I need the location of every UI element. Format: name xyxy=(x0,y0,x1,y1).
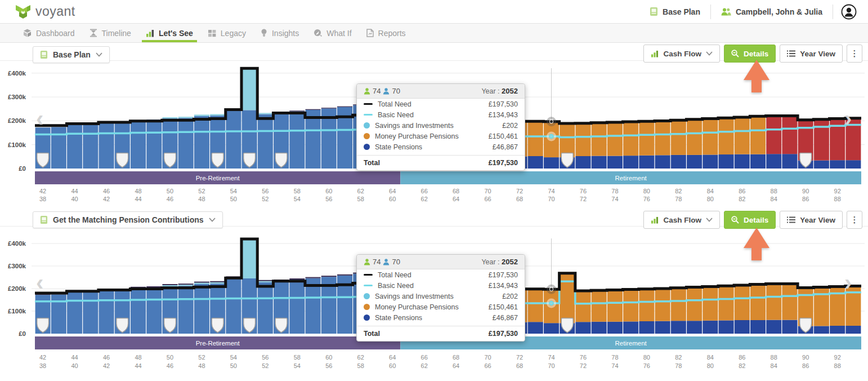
app-header: voyant Base Plan Campbell, John & Julia xyxy=(0,0,868,24)
svg-text:46: 46 xyxy=(167,362,173,369)
plan-doc-icon xyxy=(40,50,48,59)
plan-selector-dropdown[interactable]: Get the Matching Pension Contributions xyxy=(33,211,223,228)
client-selector[interactable]: Campbell, John & Julia xyxy=(711,5,833,19)
svg-text:74: 74 xyxy=(611,196,618,202)
svg-text:52: 52 xyxy=(262,362,269,369)
nav-item-dashboard[interactable]: Dashboard xyxy=(16,24,82,42)
svg-text:66: 66 xyxy=(421,354,428,361)
svg-text:42: 42 xyxy=(103,196,110,202)
year-view-button[interactable]: Year View xyxy=(780,211,843,229)
nav-item-legacy[interactable]: Legacy xyxy=(200,24,253,42)
svg-text:44: 44 xyxy=(135,362,141,369)
plan-selector-dropdown[interactable]: Base Plan xyxy=(33,46,110,63)
svg-text:38: 38 xyxy=(39,362,46,369)
svg-text:44: 44 xyxy=(71,188,78,194)
svg-text:60: 60 xyxy=(389,362,396,369)
year-view-button[interactable]: Year View xyxy=(780,45,843,63)
svg-text:70: 70 xyxy=(484,188,491,194)
svg-text:50: 50 xyxy=(167,354,173,361)
nav-item-timeline[interactable]: Timeline xyxy=(82,24,138,42)
svg-text:86: 86 xyxy=(802,362,809,369)
chart-type-dropdown[interactable]: Cash Flow xyxy=(643,45,720,63)
scroll-left-chevron[interactable]: ‹ xyxy=(36,274,43,291)
svg-text:£0: £0 xyxy=(19,330,26,337)
person1-icon xyxy=(364,88,370,95)
client-name: Campbell, John & Julia xyxy=(736,7,822,16)
cash-flow-icon xyxy=(651,216,659,224)
svg-text:74: 74 xyxy=(611,362,618,369)
svg-text:92: 92 xyxy=(834,188,841,194)
svg-text:66: 66 xyxy=(484,362,491,369)
svg-text:52: 52 xyxy=(262,196,269,202)
details-button[interactable]: Details xyxy=(724,211,776,229)
svg-text:50: 50 xyxy=(167,188,173,194)
svg-text:£400k: £400k xyxy=(8,70,26,77)
savings-swatch xyxy=(364,122,370,129)
svg-text:70: 70 xyxy=(548,362,554,369)
svg-text:88: 88 xyxy=(834,196,841,202)
svg-text:46: 46 xyxy=(103,354,110,361)
svg-text:76: 76 xyxy=(643,196,650,202)
svg-text:£100k: £100k xyxy=(8,308,26,314)
tooltip-row: Total Need£197,530 xyxy=(357,99,525,109)
tooltip-row: Savings and Investments£202 xyxy=(357,120,525,131)
scroll-left-chevron[interactable]: ‹ xyxy=(36,110,43,127)
profile-avatar-icon xyxy=(841,4,857,20)
svg-text:£100k: £100k xyxy=(8,141,26,148)
svg-text:54: 54 xyxy=(294,362,301,369)
tooltip-header: 74 70 Year : 2052 xyxy=(357,255,525,269)
scroll-right-chevron[interactable]: › xyxy=(844,110,852,127)
more-options-kebab[interactable]: ⋮ xyxy=(847,211,862,229)
tooltip-row: Money Purchase Pensions£150,461 xyxy=(357,302,525,312)
svg-text:54: 54 xyxy=(230,188,237,194)
svg-text:56: 56 xyxy=(262,354,269,361)
svg-text:72: 72 xyxy=(516,188,523,194)
svg-text:44: 44 xyxy=(135,196,141,202)
svg-text:62: 62 xyxy=(421,196,428,202)
svg-text:58: 58 xyxy=(294,188,301,194)
tooltip-row: Basic Need£134,943 xyxy=(357,280,525,291)
total-need-swatch xyxy=(364,274,373,276)
legacy-icon xyxy=(208,29,216,37)
person2-icon xyxy=(383,259,390,265)
chart-type-dropdown[interactable]: Cash Flow xyxy=(643,211,720,229)
nav-label: Insights xyxy=(272,29,299,38)
svg-text:£300k: £300k xyxy=(8,94,26,100)
profile-button[interactable] xyxy=(833,5,860,19)
svg-text:78: 78 xyxy=(611,188,618,194)
svg-text:82: 82 xyxy=(675,354,682,361)
svg-text:76: 76 xyxy=(643,362,650,369)
svg-text:86: 86 xyxy=(739,188,745,194)
svg-text:64: 64 xyxy=(453,362,459,369)
svg-text:70: 70 xyxy=(484,354,491,361)
svg-text:60: 60 xyxy=(389,196,396,202)
svg-text:78: 78 xyxy=(611,354,618,361)
svg-text:50: 50 xyxy=(230,362,237,369)
svg-text:Pre-Retirement: Pre-Retirement xyxy=(196,175,240,181)
year-view-list-icon xyxy=(787,50,795,57)
svg-text:86: 86 xyxy=(802,196,809,202)
year-view-label: Year View xyxy=(800,216,835,224)
svg-text:54: 54 xyxy=(294,196,301,202)
tooltip-row: Money Purchase Pensions£150,461 xyxy=(357,131,525,141)
svg-text:40: 40 xyxy=(71,196,78,202)
nav-item-lets-see[interactable]: Let's See xyxy=(138,24,200,42)
insights-bulb-icon xyxy=(261,29,267,37)
nav-item-insights[interactable]: Insights xyxy=(253,24,306,42)
plan-badge[interactable]: Base Plan xyxy=(639,5,710,19)
nav-item-reports[interactable]: Reports xyxy=(359,24,413,42)
svg-text:48: 48 xyxy=(135,354,141,361)
svg-text:84: 84 xyxy=(771,196,777,202)
chart-panel-base-plan: Base Plan Cash Flow Details xyxy=(0,43,868,210)
svg-text:68: 68 xyxy=(516,362,523,369)
svg-text:72: 72 xyxy=(580,196,587,202)
svg-text:68: 68 xyxy=(453,188,459,194)
more-options-kebab[interactable]: ⋮ xyxy=(847,45,862,63)
scroll-right-chevron[interactable]: › xyxy=(844,274,852,291)
chevron-down-icon xyxy=(96,52,102,57)
nav-item-what-if[interactable]: What If xyxy=(306,24,359,42)
zoom-details-icon xyxy=(731,216,739,224)
tooltip-row: Savings and Investments£202 xyxy=(357,291,525,302)
chart-type-label: Cash Flow xyxy=(663,50,701,58)
svg-text:70: 70 xyxy=(548,196,554,202)
